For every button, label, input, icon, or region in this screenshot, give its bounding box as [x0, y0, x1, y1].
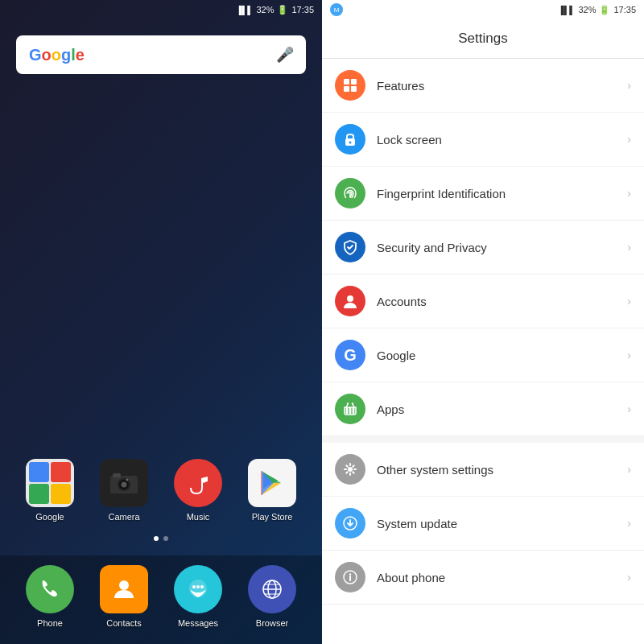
mic-icon[interactable]: 🎤	[277, 43, 293, 66]
svg-point-9	[192, 585, 196, 588]
svg-point-23	[347, 295, 353, 302]
settings-signal: ▐▌▌	[558, 6, 575, 14]
accounts-icon	[335, 286, 365, 316]
phone-label: Phone	[37, 618, 63, 628]
svg-point-28	[347, 402, 349, 404]
folder-item-1	[29, 462, 49, 482]
settings-item-security[interactable]: Security and Privacy ›	[322, 221, 644, 275]
dot-2	[163, 536, 168, 541]
phone-icon	[26, 565, 74, 613]
settings-status-left: M	[330, 3, 343, 16]
google-search-bar[interactable]: Google 🎤	[16, 35, 306, 74]
left-battery-icon: 🔋	[277, 5, 288, 15]
camera-label: Camera	[108, 512, 139, 522]
app-icon-container-camera[interactable]: Camera	[95, 459, 153, 522]
music-svg	[185, 470, 211, 496]
settings-battery-icon: 🔋	[599, 5, 610, 15]
playstore-icon	[248, 459, 296, 507]
features-chevron: ›	[627, 79, 631, 92]
left-time: 17:35	[291, 5, 314, 14]
security-chevron: ›	[627, 241, 631, 254]
lock-screen-icon	[335, 124, 365, 155]
other-system-icon	[335, 454, 365, 485]
settings-battery-pct: 32%	[578, 5, 596, 14]
settings-item-accounts[interactable]: Accounts ›	[322, 275, 644, 328]
other-system-label: Other system settings	[377, 463, 616, 477]
app-icon-container-google[interactable]: Google	[21, 459, 79, 522]
settings-item-features[interactable]: Features ›	[322, 59, 644, 113]
dock: Phone Contacts	[0, 555, 322, 644]
browser-svg	[260, 577, 284, 601]
settings-item-google[interactable]: G Google ›	[322, 328, 644, 382]
svg-rect-19	[344, 86, 349, 92]
svg-rect-17	[344, 79, 349, 85]
app-row-main: Google Camera	[0, 451, 322, 530]
messages-icon	[174, 565, 222, 613]
fingerprint-icon	[335, 178, 365, 208]
contacts-label: Contacts	[106, 618, 141, 628]
app-icon-container-messages[interactable]: Messages	[169, 565, 227, 628]
svg-point-11	[200, 585, 204, 588]
camera-svg	[110, 472, 138, 494]
svg-point-22	[349, 142, 352, 144]
dot-1	[154, 536, 159, 541]
lock-screen-label: Lock screen	[377, 133, 616, 147]
left-battery-percent: 32%	[256, 5, 274, 14]
security-label: Security and Privacy	[377, 241, 616, 254]
meizu-indicator: M	[330, 3, 343, 16]
browser-label: Browser	[256, 618, 288, 628]
playstore-svg	[258, 469, 287, 497]
phone-svg	[38, 577, 62, 601]
settings-panel: M ▐▌▌ 32% 🔋 17:35 Settings Features ›	[322, 0, 644, 644]
settings-item-apps[interactable]: Apps ›	[322, 382, 644, 436]
svg-point-33	[349, 573, 351, 575]
folder-item-2	[51, 462, 71, 482]
app-icon-container-phone[interactable]: Phone	[21, 565, 79, 628]
apps-label: Apps	[377, 402, 616, 416]
apps-icon	[335, 394, 365, 424]
fingerprint-chevron: ›	[627, 187, 631, 200]
settings-item-fingerprint[interactable]: Fingerprint Identification ›	[322, 167, 644, 221]
about-phone-label: About phone	[377, 571, 616, 584]
home-screen: ▐▌▌ 32% 🔋 17:35 Google 🎤 Google	[0, 0, 322, 644]
google-label: Google	[377, 349, 616, 362]
app-icon-container-playstore[interactable]: Play Store	[243, 459, 301, 522]
features-icon	[335, 70, 365, 101]
playstore-label: Play Store	[252, 512, 293, 522]
svg-point-27	[353, 410, 354, 411]
accounts-label: Accounts	[377, 295, 616, 308]
features-label: Features	[377, 79, 616, 93]
accounts-chevron: ›	[627, 295, 631, 308]
fingerprint-label: Fingerprint Identification	[377, 187, 616, 200]
settings-title: Settings	[322, 19, 644, 59]
svg-rect-18	[351, 79, 357, 85]
browser-icon	[248, 565, 296, 613]
svg-point-4	[122, 482, 127, 488]
google-folder-icon	[26, 459, 74, 507]
folder-item-4	[51, 484, 71, 504]
settings-list: Features › Lock screen ›	[322, 59, 644, 644]
system-update-chevron: ›	[627, 517, 631, 530]
about-phone-chevron: ›	[627, 571, 631, 584]
settings-time: 17:35	[613, 5, 636, 14]
lock-screen-chevron: ›	[627, 133, 631, 146]
folder-item-3	[29, 484, 49, 504]
svg-rect-1	[113, 473, 121, 477]
music-label: Music	[187, 512, 210, 522]
settings-item-other-system[interactable]: Other system settings ›	[322, 443, 644, 497]
app-icon-container-contacts[interactable]: Contacts	[95, 565, 153, 628]
app-icon-container-browser[interactable]: Browser	[243, 565, 301, 628]
google-settings-icon: G	[335, 340, 365, 370]
settings-status-bar: M ▐▌▌ 32% 🔋 17:35	[322, 0, 644, 19]
page-dots	[0, 530, 322, 547]
other-system-chevron: ›	[627, 463, 631, 476]
settings-item-system-update[interactable]: System update ›	[322, 497, 644, 551]
svg-point-10	[196, 585, 200, 588]
settings-item-lock-screen[interactable]: Lock screen ›	[322, 113, 644, 167]
svg-point-29	[352, 402, 353, 404]
contacts-icon	[100, 565, 148, 613]
app-icon-container-music[interactable]: Music	[169, 459, 227, 522]
settings-item-about-phone[interactable]: About phone ›	[322, 551, 644, 605]
settings-separator-1	[322, 436, 644, 443]
messages-svg	[186, 577, 210, 601]
